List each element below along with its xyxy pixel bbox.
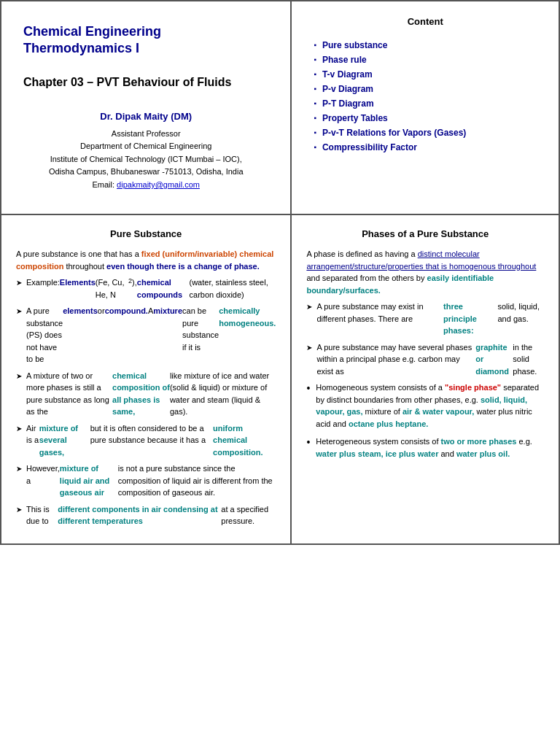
list-item: T-v Diagram <box>314 69 537 80</box>
list-item: Compressibility Factor <box>314 142 537 152</box>
ps-arrow4: Air is a mixture of several gases, but i… <box>16 422 276 459</box>
ps-arrow3: A mixture of two or more phases is still… <box>16 370 276 418</box>
location: Odisha Campus, Bhubaneswar -751013, Odis… <box>23 166 268 179</box>
phases-arrow2: A pure substance may have several phases… <box>306 341 544 378</box>
list-item: P-v Diagram <box>314 84 537 94</box>
phases-para1: A phase is defined as having a distinct … <box>306 248 544 296</box>
chapter-title: Chapter 03 – PVT Behaviour of Fluids <box>23 75 268 90</box>
email-link[interactable]: dipakmaity@gmail.com <box>117 180 200 189</box>
ps-para1: A pure substance is one that has a fixed… <box>16 248 276 272</box>
ps-arrow2: A pure substance (PS) does not have to b… <box>16 305 276 365</box>
main-title: Chemical Engineering Thermodynamics I <box>23 23 268 58</box>
list-item: Phase rule <box>314 55 537 65</box>
pure-substance-heading: Pure Substance <box>16 227 276 241</box>
ps-arrow5: However, a mixture of liquid air and gas… <box>16 462 276 499</box>
department: Department of Chemical Engineering <box>23 140 268 153</box>
author-name: Dr. Dipak Maity (DM) <box>23 111 268 122</box>
cell-phases: Phases of a Pure Substance A phase is de… <box>291 214 559 544</box>
position: Assistant Professor <box>23 128 268 141</box>
cell-pure-substance: Pure Substance A pure substance is one t… <box>1 214 291 544</box>
institute: Institute of Chemical Technology (ICT Mu… <box>23 153 268 166</box>
phases-arrow1: A pure substance may exist in different … <box>306 301 544 337</box>
phases-bullet2: Heterogeneous system consists of two or … <box>306 436 544 460</box>
phases-bullet1: Homogeneous system consists of a "single… <box>306 382 544 430</box>
list-item: Pure substance <box>314 40 537 50</box>
email-label: Email: <box>92 180 117 189</box>
list-item: P-T Diagram <box>314 98 537 109</box>
ps-arrow1: Example: Elements (Fe, Cu, He, N2), chem… <box>16 276 276 301</box>
cell-content: Content Pure substance Phase rule T-v Di… <box>291 1 559 214</box>
main-grid: Chemical Engineering Thermodynamics I Ch… <box>0 0 560 545</box>
email-line: Email: dipakmaity@gmail.com <box>23 179 268 192</box>
list-item: P-v-T Relations for Vapors (Gases) <box>314 128 537 138</box>
author-details: Assistant Professor Department of Chemic… <box>23 128 268 192</box>
list-item: Property Tables <box>314 113 537 123</box>
content-list: Pure substance Phase rule T-v Diagram P-… <box>314 40 537 152</box>
ps-arrow6: This is due to different components in a… <box>16 503 276 527</box>
cell-title: Chemical Engineering Thermodynamics I Ch… <box>1 1 291 214</box>
phases-heading: Phases of a Pure Substance <box>306 227 544 241</box>
content-heading: Content <box>314 16 537 27</box>
